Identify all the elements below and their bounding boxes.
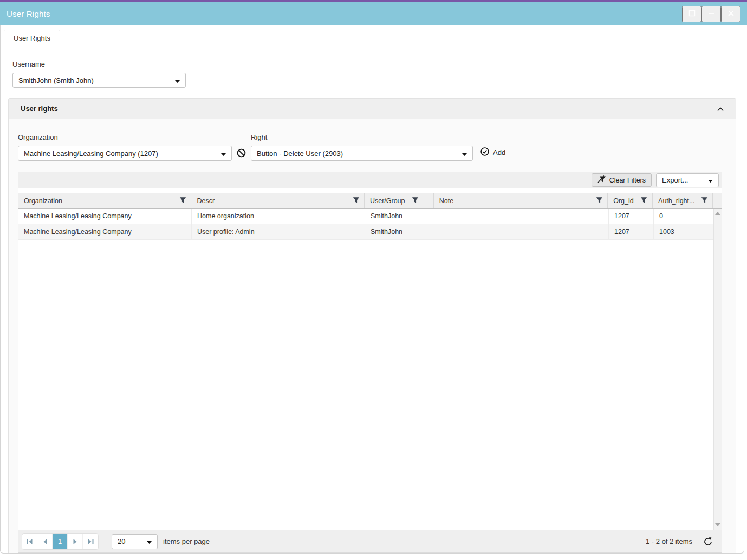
clear-selection-button[interactable] [237, 148, 246, 158]
username-field-block: Username SmithJohn (Smith John) [12, 60, 736, 88]
column-header-user-group[interactable]: User/Group [365, 193, 434, 208]
filter-funnel-icon[interactable] [596, 197, 603, 205]
column-header-descr[interactable]: Descr [191, 193, 364, 208]
column-header-auth-right[interactable]: Auth_right... [653, 193, 712, 208]
chevron-down-icon [708, 176, 713, 184]
window-body: User Rights Username SmithJohn (Smith Jo… [0, 25, 744, 554]
grid-toolbar: Clear Filters Export... [18, 172, 722, 188]
user-rights-panel-body: Organization Machine Leasing/Leasing Com… [9, 119, 736, 554]
window-title: User Rights [7, 9, 682, 18]
rights-grid: Clear Filters Export... Organization [18, 172, 722, 553]
block-icon [237, 151, 246, 159]
refresh-button[interactable] [701, 535, 715, 549]
close-icon [727, 10, 735, 18]
clear-filters-label: Clear Filters [609, 177, 646, 184]
export-dropdown-value: Export... [662, 176, 708, 184]
grid-body: Machine Leasing/Leasing Company Home org… [18, 209, 722, 530]
add-button[interactable]: Add [480, 147, 505, 158]
table-row[interactable]: Machine Leasing/Leasing Company User pro… [18, 224, 713, 240]
chevron-down-icon [147, 537, 152, 545]
page-size-value: 20 [118, 537, 147, 545]
username-dropdown-value: SmithJohn (Smith John) [18, 76, 175, 84]
grid-header-row: Organization Descr User/Group Note [18, 193, 722, 209]
chevron-down-icon [175, 76, 180, 84]
check-circle-icon [480, 147, 489, 158]
filter-funnel-icon[interactable] [353, 197, 360, 205]
column-header-org-id[interactable]: Org_id [608, 193, 653, 208]
close-button[interactable] [721, 6, 740, 22]
last-page-button[interactable] [83, 534, 98, 549]
restore-button[interactable] [682, 6, 701, 22]
right-label: Right [251, 133, 473, 141]
export-dropdown[interactable]: Export... [656, 173, 719, 187]
right-dropdown[interactable]: Button - Delete User (2903) [251, 146, 473, 161]
table-row[interactable]: Machine Leasing/Leasing Company Home org… [18, 209, 713, 224]
minimize-button[interactable] [701, 6, 721, 22]
assignment-form-row: Organization Machine Leasing/Leasing Com… [18, 133, 726, 161]
organization-label: Organization [18, 133, 232, 141]
user-rights-panel-header[interactable]: User rights [9, 99, 736, 119]
filter-funnel-icon[interactable] [701, 197, 708, 205]
items-range-info: 1 - 2 of 2 items [646, 537, 692, 545]
user-rights-panel: User rights Organization Machine Leasing… [8, 98, 736, 554]
grid-pager: 1 20 items per page [18, 530, 722, 552]
clear-filters-button[interactable]: Clear Filters [592, 173, 652, 187]
refresh-icon [703, 540, 713, 548]
minimize-icon [708, 10, 715, 18]
window-titlebar: User Rights [0, 2, 747, 25]
filter-funnel-icon[interactable] [640, 197, 647, 205]
column-header-organization[interactable]: Organization [18, 193, 191, 208]
page-size-dropdown[interactable]: 20 [112, 534, 158, 549]
organization-dropdown-value: Machine Leasing/Leasing Company (1207) [24, 149, 221, 158]
current-page-button[interactable]: 1 [53, 534, 68, 549]
username-dropdown[interactable]: SmithJohn (Smith John) [12, 73, 186, 88]
organization-dropdown[interactable]: Machine Leasing/Leasing Company (1207) [18, 146, 232, 161]
filter-funnel-icon[interactable] [412, 197, 419, 205]
chevron-down-icon [221, 149, 226, 158]
items-per-page-label: items per page [163, 537, 210, 545]
first-page-button[interactable] [22, 534, 37, 549]
scroll-up-icon[interactable] [715, 212, 720, 215]
next-page-button[interactable] [68, 534, 83, 549]
grid-header-gap [18, 188, 722, 193]
main-content: Username SmithJohn (Smith John) User rig… [1, 60, 744, 554]
scrollbar-header-stub [712, 193, 722, 208]
user-rights-panel-title: User rights [21, 105, 717, 113]
filter-funnel-icon[interactable] [179, 197, 186, 205]
vertical-scrollbar[interactable] [713, 209, 722, 530]
filter-clear-icon [597, 175, 606, 185]
pager-nav: 1 [22, 533, 99, 550]
chevron-up-icon[interactable] [717, 104, 724, 114]
right-dropdown-value: Button - Delete User (2903) [257, 149, 462, 158]
tabstrip: User Rights [1, 25, 744, 47]
restore-icon [688, 10, 696, 18]
chevron-down-icon [462, 149, 467, 158]
column-header-note[interactable]: Note [434, 193, 608, 208]
tab-user-rights[interactable]: User Rights [4, 30, 60, 47]
right-field-block: Right Button - Delete User (2903) [251, 133, 473, 161]
grid-rows-area: Machine Leasing/Leasing Company Home org… [18, 209, 713, 530]
scroll-down-icon[interactable] [715, 523, 720, 526]
add-button-label: Add [493, 148, 505, 157]
previous-page-button[interactable] [37, 534, 53, 549]
username-label: Username [12, 60, 736, 68]
organization-field-block: Organization Machine Leasing/Leasing Com… [18, 133, 232, 161]
